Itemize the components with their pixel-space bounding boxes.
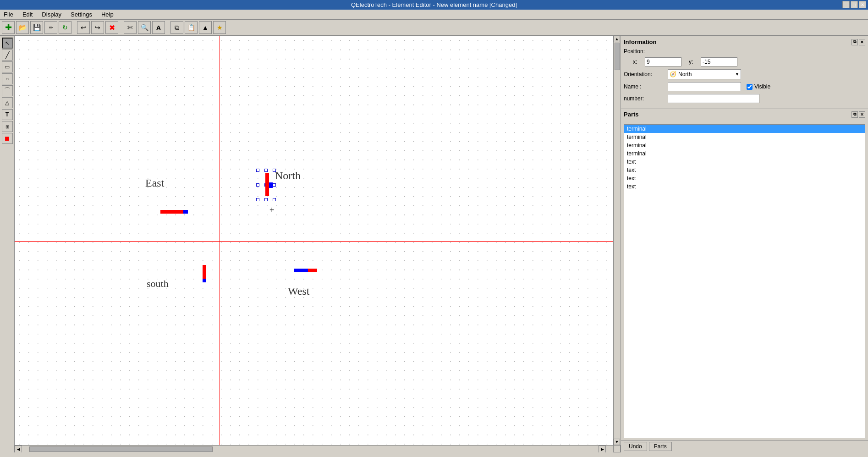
parts-item-text-2[interactable]: text	[624, 166, 865, 174]
line-tool[interactable]: ╱	[2, 50, 13, 61]
visible-row: Visible	[747, 83, 770, 90]
parts-panel-controls[interactable]: ⧉ ✕	[852, 111, 865, 118]
y-input[interactable]	[701, 57, 737, 66]
x-input[interactable]	[645, 57, 681, 66]
redo-button[interactable]: ↪	[91, 21, 104, 34]
zoom-button[interactable]: 🔍	[138, 21, 151, 34]
scroll-thumb[interactable]	[29, 446, 213, 452]
parts-panel-title: Parts	[624, 111, 639, 118]
bring-front-button[interactable]: ▲	[199, 21, 212, 34]
titlebar-controls[interactable]: _ □ ✕	[842, 1, 866, 8]
parts-item-terminal-3[interactable]: terminal	[624, 141, 865, 149]
parts-list[interactable]: terminal terminal terminal terminal text…	[624, 124, 865, 438]
color-tool[interactable]: ■	[2, 133, 13, 144]
copy-button[interactable]: ⧉	[170, 21, 183, 34]
info-panel-title: Information	[624, 39, 657, 45]
parts-tab[interactable]: Parts	[649, 442, 672, 451]
toolbar: ✚ 📂 💾 ✏ ↻ ↩ ↪ ✖ ✄ 🔍 A ⧉ 📋 ▲ ★	[0, 20, 868, 36]
save-button[interactable]: 💾	[30, 21, 43, 34]
y-label: y:	[689, 59, 698, 65]
number-input[interactable]	[668, 94, 759, 103]
x-label: x:	[633, 59, 642, 65]
parts-panel-titlebar: Parts ⧉ ✕	[621, 109, 868, 120]
circle-tool[interactable]: ○	[2, 73, 13, 84]
parts-float-button[interactable]: ⧉	[852, 111, 858, 118]
xy-row: x: y:	[624, 57, 865, 66]
menubar: File Edit Display Settings Help	[0, 10, 868, 20]
rectangle-tool[interactable]: ▭	[2, 61, 13, 72]
vertical-scrollbar[interactable]: ▲ ▼	[613, 36, 621, 445]
left-tools: ↖ ╱ ▭ ○ ⌒ △ T ⊞ ■	[0, 36, 15, 452]
information-panel: Information ⧉ ✕ Position: x: y: Orientat…	[621, 36, 868, 109]
maximize-button[interactable]: □	[851, 1, 858, 8]
undo-tab[interactable]: Undo	[624, 442, 647, 451]
close-button[interactable]: ✕	[859, 1, 866, 8]
name-row: Name : Visible	[624, 82, 865, 91]
text-button[interactable]: A	[152, 21, 165, 34]
reload-button[interactable]: ↻	[59, 21, 71, 34]
position-row: Position:	[624, 48, 865, 55]
menu-display[interactable]: Display	[40, 11, 63, 18]
main-layout: ↖ ╱ ▭ ○ ⌒ △ T ⊞ ■	[0, 36, 868, 452]
info-panel-controls[interactable]: ⧉ ✕	[852, 39, 865, 45]
orientation-arrow: ▼	[735, 72, 739, 77]
menu-settings[interactable]: Settings	[69, 11, 94, 18]
delete-button[interactable]: ✖	[105, 21, 118, 34]
paste-button[interactable]: 📋	[185, 21, 198, 34]
position-label: Position:	[624, 48, 665, 55]
undo-button[interactable]: ↩	[77, 21, 90, 34]
number-row: number:	[624, 94, 865, 103]
menu-edit[interactable]: Edit	[21, 11, 34, 18]
send-back-button[interactable]: ★	[213, 21, 226, 34]
name-input[interactable]	[668, 82, 741, 91]
minimize-button[interactable]: _	[842, 1, 850, 8]
titlebar-title: QElectroTech - Element Editor - New elem…	[351, 1, 517, 8]
orientation-label: Orientation:	[624, 71, 665, 77]
parts-panel: Parts ⧉ ✕ terminal terminal terminal ter…	[621, 109, 868, 452]
parts-item-terminal-2[interactable]: terminal	[624, 133, 865, 141]
scrollbar-corner	[613, 445, 621, 452]
parts-item-text-4[interactable]: text	[624, 182, 865, 191]
parts-item-terminal-4[interactable]: terminal	[624, 149, 865, 158]
orientation-row: Orientation: 🧭 North ▼	[624, 69, 865, 79]
open-button[interactable]: 📂	[16, 21, 29, 34]
canvas-area[interactable]: East North south West + ▲ ▼ ◀ ▶	[15, 36, 621, 452]
compass-icon: 🧭	[670, 71, 676, 77]
name-label: Name :	[624, 83, 665, 90]
info-panel-titlebar: Information ⧉ ✕	[624, 39, 865, 45]
visible-label: Visible	[754, 83, 770, 90]
scroll-right-button[interactable]: ▶	[599, 446, 606, 453]
parts-close-button[interactable]: ✕	[859, 111, 865, 118]
menu-help[interactable]: Help	[99, 11, 115, 18]
text-tool[interactable]: T	[2, 109, 13, 120]
info-close-button[interactable]: ✕	[859, 39, 865, 45]
scroll-left-button[interactable]: ◀	[15, 446, 22, 453]
grid-canvas	[15, 36, 613, 445]
select-tool[interactable]: ↖	[2, 38, 13, 49]
terminal-tool[interactable]: ⊞	[2, 121, 13, 132]
bottom-tabs: Undo Parts	[621, 440, 868, 452]
number-label: number:	[624, 95, 665, 102]
parts-item-text-3[interactable]: text	[624, 174, 865, 182]
horizontal-scrollbar[interactable]: ◀ ▶	[15, 445, 613, 452]
right-panel: Information ⧉ ✕ Position: x: y: Orientat…	[621, 36, 868, 452]
parts-item-text-1[interactable]: text	[624, 158, 865, 166]
orientation-select[interactable]: 🧭 North ▼	[668, 69, 741, 79]
new-button[interactable]: ✚	[2, 21, 15, 34]
arc-tool[interactable]: ⌒	[2, 85, 13, 96]
orientation-value: North	[678, 71, 692, 77]
parts-item-terminal-1[interactable]: terminal	[624, 125, 865, 133]
north-terminal-selected	[256, 169, 279, 205]
visible-checkbox[interactable]	[747, 84, 753, 90]
titlebar: QElectroTech - Element Editor - New elem…	[0, 0, 868, 10]
cut-button[interactable]: ✄	[124, 21, 137, 34]
info-float-button[interactable]: ⧉	[852, 39, 858, 45]
menu-file[interactable]: File	[2, 11, 15, 18]
polygon-tool[interactable]: △	[2, 97, 13, 108]
save-as-button[interactable]: ✏	[44, 21, 57, 34]
